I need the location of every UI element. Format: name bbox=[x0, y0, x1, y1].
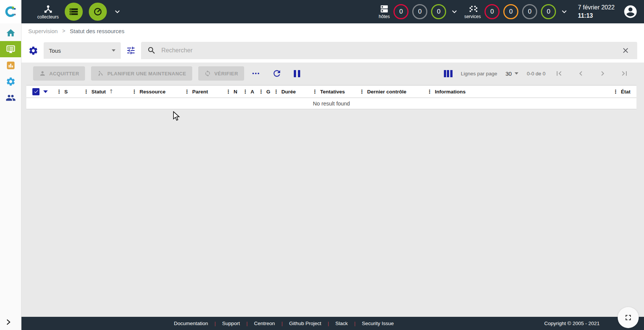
main-content: ACQUITTER PLANIFIER UNE MAINTENANCE VÉRI… bbox=[21, 63, 644, 317]
column-header-resource[interactable]: ⋮Ressource bbox=[132, 89, 184, 95]
chevron-down-icon bbox=[515, 72, 518, 75]
drag-handle-icon[interactable]: ⋮ bbox=[613, 89, 618, 94]
services-status-group: services 0 0 0 0 bbox=[464, 4, 569, 19]
drag-handle-icon[interactable]: ⋮ bbox=[56, 89, 62, 94]
sidebar-item-home[interactable] bbox=[0, 25, 21, 41]
next-page-button[interactable] bbox=[597, 68, 608, 79]
chevron-down-icon bbox=[113, 7, 122, 16]
footer-link-security[interactable]: Security Issue bbox=[362, 321, 394, 326]
column-header-tries[interactable]: ⋮Tentatives bbox=[312, 89, 359, 95]
breadcrumb-separator: > bbox=[62, 28, 65, 34]
footer: Documentation | Support | Centreon | Git… bbox=[21, 317, 644, 330]
drag-handle-icon[interactable]: ⋮ bbox=[226, 89, 231, 94]
column-header-severity[interactable]: ⋮S bbox=[56, 89, 84, 95]
services-menu[interactable]: services bbox=[464, 4, 481, 19]
drag-handle-icon[interactable]: ⋮ bbox=[184, 89, 190, 94]
sidebar-item-configuration[interactable] bbox=[0, 73, 21, 90]
footer-separator: | bbox=[328, 321, 329, 326]
refresh-button[interactable] bbox=[270, 67, 283, 80]
drag-handle-icon[interactable]: ⋮ bbox=[312, 89, 317, 94]
acknowledge-button[interactable]: ACQUITTER bbox=[33, 66, 85, 81]
hosts-unknown-counter[interactable]: 0 bbox=[412, 4, 427, 19]
gear-icon bbox=[6, 76, 16, 87]
centreon-logo[interactable] bbox=[0, 0, 21, 23]
previous-page-button[interactable] bbox=[576, 68, 586, 79]
drag-handle-icon[interactable]: ⋮ bbox=[84, 89, 89, 94]
filter-settings-icon[interactable] bbox=[28, 46, 38, 56]
drag-handle-icon[interactable]: ⋮ bbox=[132, 89, 137, 94]
first-page-button[interactable] bbox=[554, 68, 564, 79]
breadcrumb-supervision[interactable]: Supervision bbox=[28, 28, 58, 34]
column-header-parent[interactable]: ⋮Parent bbox=[184, 89, 226, 95]
tune-filters-icon[interactable] bbox=[126, 46, 136, 55]
fullscreen-button[interactable] bbox=[618, 307, 639, 328]
select-all-checkbox[interactable] bbox=[32, 88, 39, 95]
actions-toolbar: ACQUITTER PLANIFIER UNE MAINTENANCE VÉRI… bbox=[26, 64, 636, 83]
poller-status-button[interactable] bbox=[65, 3, 83, 21]
breadcrumb: Supervision > Statut des ressources bbox=[21, 23, 644, 38]
footer-link-github[interactable]: Github Project bbox=[289, 321, 321, 326]
sidebar-item-administration[interactable] bbox=[0, 90, 21, 106]
column-header-graph[interactable]: ⋮G bbox=[258, 89, 273, 95]
check-icon bbox=[33, 89, 39, 94]
pollers-menu[interactable]: collecteurs bbox=[37, 4, 59, 20]
column-header-state[interactable]: ⋮État bbox=[613, 89, 630, 95]
drag-handle-icon[interactable]: ⋮ bbox=[427, 89, 432, 94]
column-header-action[interactable]: ⋮A bbox=[243, 89, 258, 95]
check-button[interactable]: VÉRIFIER bbox=[198, 66, 244, 81]
clear-search-button[interactable] bbox=[620, 45, 631, 56]
filter-scope-select[interactable]: Tous bbox=[44, 42, 121, 59]
people-icon bbox=[6, 93, 16, 103]
services-critical-counter[interactable]: 0 bbox=[485, 4, 500, 19]
footer-separator: | bbox=[281, 321, 283, 326]
pagination-range: 0-0 de 0 bbox=[527, 71, 545, 76]
drag-handle-icon[interactable]: ⋮ bbox=[243, 89, 248, 94]
user-avatar[interactable] bbox=[623, 4, 638, 19]
footer-link-documentation[interactable]: Documentation bbox=[174, 321, 208, 326]
sidebar-nav bbox=[0, 25, 21, 106]
drag-handle-icon[interactable]: ⋮ bbox=[273, 89, 279, 94]
column-header-last-check[interactable]: ⋮Dernier contrôle bbox=[359, 89, 427, 95]
last-page-icon bbox=[620, 69, 629, 78]
hosts-chevron[interactable] bbox=[450, 7, 459, 16]
services-ok-counter[interactable]: 0 bbox=[541, 4, 556, 19]
current-date: 7 février 2022 bbox=[578, 3, 615, 12]
footer-link-support[interactable]: Support bbox=[222, 321, 240, 326]
column-header-status[interactable]: ⋮Statut↑ bbox=[84, 88, 132, 95]
footer-separator: | bbox=[354, 321, 355, 326]
services-warning-counter[interactable]: 0 bbox=[503, 4, 518, 19]
sidebar-item-reporting[interactable] bbox=[0, 57, 21, 73]
edit-columns-icon[interactable] bbox=[444, 70, 453, 77]
footer-links: Documentation | Support | Centreon | Git… bbox=[174, 321, 394, 326]
search-input[interactable] bbox=[161, 47, 615, 54]
drag-handle-icon[interactable]: ⋮ bbox=[258, 89, 264, 94]
services-chevron[interactable] bbox=[560, 7, 569, 16]
centreon-logo-icon bbox=[5, 6, 17, 18]
drag-handle-icon[interactable]: ⋮ bbox=[359, 89, 365, 94]
footer-link-centreon[interactable]: Centreon bbox=[254, 321, 275, 326]
footer-link-slack[interactable]: Slack bbox=[335, 321, 348, 326]
services-label: services bbox=[464, 14, 481, 19]
close-icon bbox=[621, 46, 630, 55]
resources-table: ⋮S ⋮Statut↑ ⋮Ressource ⋮Parent ⋮N ⋮A ⋮G … bbox=[26, 85, 636, 109]
column-header-notes[interactable]: ⋮N bbox=[226, 89, 243, 95]
more-actions-button[interactable] bbox=[250, 70, 261, 76]
select-menu-caret[interactable] bbox=[43, 90, 48, 93]
pollers-chevron[interactable] bbox=[113, 7, 122, 16]
column-header-duration[interactable]: ⋮Durée bbox=[273, 89, 312, 95]
rows-per-page-select[interactable]: 30 bbox=[506, 70, 519, 77]
last-page-button[interactable] bbox=[619, 68, 630, 79]
sidebar bbox=[0, 0, 21, 330]
column-header-information[interactable]: ⋮Informations bbox=[427, 89, 613, 95]
search-box bbox=[141, 42, 637, 59]
services-unknown-counter[interactable]: 0 bbox=[522, 4, 537, 19]
downtime-button[interactable]: PLANIFIER UNE MAINTENANCE bbox=[91, 66, 192, 81]
pause-autorefresh-button[interactable] bbox=[292, 69, 302, 79]
hosts-ok-counter[interactable]: 0 bbox=[431, 4, 446, 19]
topbar: collecteurs hôtes 0 0 0 bbox=[21, 0, 644, 23]
sidebar-item-supervision[interactable] bbox=[0, 41, 21, 57]
poller-latency-button[interactable] bbox=[89, 3, 107, 21]
hosts-critical-counter[interactable]: 0 bbox=[393, 4, 409, 19]
hosts-menu[interactable]: hôtes bbox=[379, 4, 390, 19]
sidebar-expand-button[interactable] bbox=[0, 316, 21, 328]
